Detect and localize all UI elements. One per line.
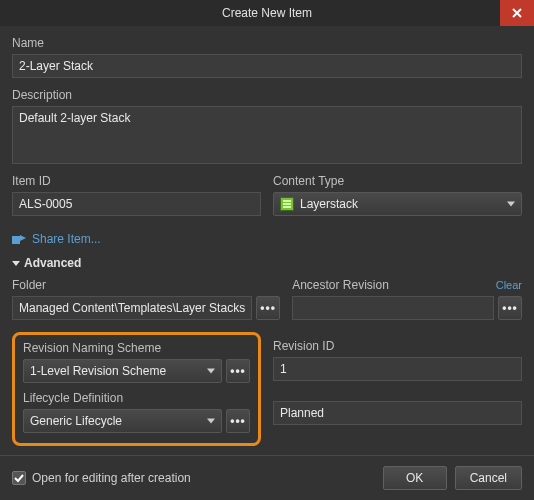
share-item-label: Share Item... xyxy=(32,232,101,246)
chevron-down-icon xyxy=(207,419,215,424)
dialog-title: Create New Item xyxy=(222,6,312,20)
advanced-section-header[interactable]: Advanced xyxy=(12,256,522,270)
description-value: Default 2-layer Stack xyxy=(19,111,130,125)
ancestor-browse-button[interactable]: ••• xyxy=(498,296,522,320)
item-id-value: ALS-0005 xyxy=(19,197,72,211)
lifecycle-state-field: Planned xyxy=(273,401,522,425)
chevron-down-icon xyxy=(12,261,20,266)
revision-scheme-more-button[interactable]: ••• xyxy=(226,359,250,383)
advanced-label: Advanced xyxy=(24,256,81,270)
revision-scheme-value: 1-Level Revision Scheme xyxy=(30,364,166,378)
folder-field[interactable]: Managed Content\Templates\Layer Stacks xyxy=(12,296,252,320)
close-button[interactable] xyxy=(500,0,534,26)
open-for-editing-label: Open for editing after creation xyxy=(32,471,375,485)
folder-value: Managed Content\Templates\Layer Stacks xyxy=(19,301,245,315)
share-icon xyxy=(12,233,26,245)
lifecycle-label: Lifecycle Definition xyxy=(23,391,250,405)
revision-scheme-dropdown[interactable]: 1-Level Revision Scheme xyxy=(23,359,222,383)
lifecycle-more-button[interactable]: ••• xyxy=(226,409,250,433)
lifecycle-value: Generic Lifecycle xyxy=(30,414,122,428)
chevron-down-icon xyxy=(507,202,515,207)
content-type-value: Layerstack xyxy=(300,197,358,211)
description-label: Description xyxy=(12,88,522,102)
layerstack-icon xyxy=(280,197,294,211)
chevron-down-icon xyxy=(207,369,215,374)
close-icon xyxy=(512,8,522,18)
item-id-label: Item ID xyxy=(12,174,261,188)
titlebar: Create New Item xyxy=(0,0,534,26)
content-type-dropdown[interactable]: Layerstack xyxy=(273,192,522,216)
revision-scheme-label: Revision Naming Scheme xyxy=(23,341,250,355)
check-icon xyxy=(14,473,24,483)
description-field[interactable]: Default 2-layer Stack xyxy=(12,106,522,164)
name-label: Name xyxy=(12,36,522,50)
ancestor-revision-label: Ancestor Revision xyxy=(292,278,389,292)
ancestor-clear-link[interactable]: Clear xyxy=(496,279,522,291)
name-value: 2-Layer Stack xyxy=(19,59,93,73)
revision-id-value: 1 xyxy=(280,362,287,376)
dialog-footer: Open for editing after creation OK Cance… xyxy=(0,455,534,500)
lifecycle-dropdown[interactable]: Generic Lifecycle xyxy=(23,409,222,433)
name-field[interactable]: 2-Layer Stack xyxy=(12,54,522,78)
open-for-editing-checkbox[interactable] xyxy=(12,471,26,485)
highlight-region: Revision Naming Scheme 1-Level Revision … xyxy=(12,332,261,446)
share-item-link[interactable]: Share Item... xyxy=(12,232,101,246)
revision-id-field[interactable]: 1 xyxy=(273,357,522,381)
folder-label: Folder xyxy=(12,278,280,292)
revision-id-label: Revision ID xyxy=(273,339,522,353)
folder-browse-button[interactable]: ••• xyxy=(256,296,280,320)
ok-button[interactable]: OK xyxy=(383,466,447,490)
lifecycle-state-value: Planned xyxy=(280,406,324,420)
cancel-button[interactable]: Cancel xyxy=(455,466,522,490)
content-type-label: Content Type xyxy=(273,174,522,188)
ancestor-revision-field[interactable] xyxy=(292,296,494,320)
item-id-field[interactable]: ALS-0005 xyxy=(12,192,261,216)
